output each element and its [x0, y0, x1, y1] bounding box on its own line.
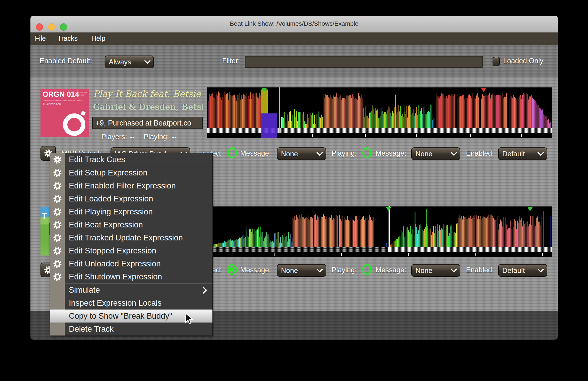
playing-label: Playing: — [332, 149, 357, 157]
menu-file[interactable]: File — [35, 35, 46, 43]
playing-message-value: None — [415, 266, 432, 275]
loaded-message-value: None — [281, 150, 298, 158]
enabled-select[interactable]: Default — [498, 147, 547, 160]
time-tick — [365, 134, 366, 137]
loaded-message-select[interactable]: None — [277, 147, 326, 160]
time-tick — [475, 253, 476, 256]
track-players-status: Players:-- Playing:-- — [101, 133, 180, 141]
menu-item-simulate[interactable]: Simulate — [50, 284, 212, 297]
loaded-message-label: Message: — [240, 149, 271, 157]
playing-value: -- — [172, 133, 177, 141]
time-tick — [470, 134, 471, 137]
menu-icon-gutter — [50, 284, 65, 297]
menu-help[interactable]: Help — [91, 35, 105, 43]
menu-separator — [50, 166, 212, 166]
menu-item-inspect-expression-locals[interactable]: Inspect Expression Locals — [50, 297, 212, 310]
players-label: Players: — [101, 133, 127, 141]
enabled-value: Default — [502, 150, 525, 158]
chevron-down-icon — [451, 266, 457, 273]
record-label-logo: 9 — [63, 113, 85, 136]
menu-icon-gutter — [50, 310, 65, 323]
menu-icon-gutter — [50, 323, 65, 336]
menu-item-edit-loaded-expression[interactable]: Edit Loaded Expression — [50, 192, 212, 205]
menu-item-edit-beat-expression[interactable]: Edit Beat Expression — [50, 218, 212, 231]
track-context-menu: Edit Track CuesEdit Setup ExpressionEdit… — [50, 153, 213, 336]
time-tick — [341, 253, 342, 256]
loaded-message-value: None — [281, 266, 298, 275]
loaded-message-select[interactable]: None — [277, 264, 326, 277]
gear-filled-icon — [50, 153, 65, 166]
menu-item-label: Edit Tracked Update Expression — [65, 233, 183, 242]
menu-item-edit-enabled-filter-expression[interactable]: Edit Enabled Filter Expression — [50, 179, 212, 192]
gear-outline-icon — [50, 179, 65, 192]
gear-outline-icon — [50, 257, 65, 270]
album-art-line2: Gabriel & Dresden feat. Betsie Larkin — [43, 99, 82, 102]
enabled-default-select[interactable]: Always — [105, 56, 154, 68]
playhead-line — [389, 206, 390, 252]
menu-tracks[interactable]: Tracks — [58, 35, 78, 43]
playing-message-label: Message: — [376, 266, 406, 274]
menu-item-edit-playing-expression[interactable]: Edit Playing Expression — [50, 205, 212, 218]
playing-indicator — [362, 147, 372, 158]
waveform-preview-track1[interactable] — [207, 87, 552, 138]
waveform-preview-track2[interactable] — [207, 206, 552, 257]
album-art-subtitle: ORGANIZED NATURE — [75, 91, 88, 97]
chevron-down-icon — [537, 149, 544, 156]
title-bar[interactable]: Beat Link Show: /Volumes/DS/Shows/Exampl… — [30, 16, 558, 32]
menu-item-label: Edit Playing Expression — [65, 207, 153, 216]
header-controls: Enabled Default: Always Filter: Loaded O… — [30, 45, 558, 77]
gear-outline-icon — [50, 218, 65, 231]
gear-outline-icon — [50, 270, 65, 283]
gear-outline-icon — [50, 192, 65, 205]
menu-item-label: Edit Stopped Expression — [65, 246, 156, 255]
menu-item-label: Edit Loaded Expression — [65, 194, 153, 203]
loaded-indicator — [228, 147, 237, 158]
filter-input[interactable] — [245, 56, 483, 68]
chevron-down-icon — [316, 149, 323, 156]
enabled-select[interactable]: Default — [498, 264, 547, 277]
menu-separator — [50, 283, 212, 284]
menu-item-label: Edit Track Cues — [65, 155, 125, 164]
playing-message-select[interactable]: None — [411, 264, 460, 277]
cue-marker-icon — [481, 88, 486, 92]
playing-message-label: Message: — [376, 149, 406, 157]
menu-item-edit-setup-expression[interactable]: Edit Setup Expression — [50, 166, 212, 179]
loaded-only-checkbox[interactable] — [493, 57, 500, 66]
enabled-value: Default — [502, 266, 525, 275]
cue-marker-icon — [261, 88, 267, 92]
gear-outline-icon — [50, 244, 65, 257]
album-art-line3: PLAY IT BACK — [43, 103, 61, 106]
menu-item-edit-shutdown-expression[interactable]: Edit Shutdown Expression — [50, 270, 212, 283]
playing-label: Playing: — [332, 266, 357, 274]
loaded-indicator — [228, 264, 237, 275]
playing-indicator — [362, 264, 372, 275]
track-comment-field[interactable]: +9, Purchased at Beatport.co — [92, 117, 203, 129]
menu-item-label: Edit Enabled Filter Expression — [65, 181, 176, 190]
time-tick — [312, 134, 313, 137]
album-art-title: ORGN 014 — [43, 90, 79, 99]
menu-item-label: Edit Unloaded Expression — [65, 259, 161, 268]
gear-outline-icon — [50, 166, 65, 179]
loaded-message-label: Message: — [240, 266, 271, 274]
enabled-default-label: Enabled Default: — [40, 57, 92, 65]
menu-item-edit-tracked-update-expression[interactable]: Edit Tracked Update Expression — [50, 231, 212, 244]
time-tick — [274, 253, 275, 256]
chevron-down-icon — [144, 57, 151, 64]
cue-marker-icon — [386, 207, 391, 211]
menu-item-edit-unloaded-expression[interactable]: Edit Unloaded Expression — [50, 257, 212, 270]
enabled-label: Enabled: — [466, 266, 494, 274]
waveform-overlay — [261, 89, 268, 113]
track-title: Play It Back feat. Betsie L... — [93, 89, 203, 99]
time-tick — [542, 253, 543, 256]
app-menu-bar: File Tracks Help — [30, 32, 558, 45]
players-value: -- — [130, 133, 135, 141]
playing-label: Playing: — [144, 133, 169, 141]
beat-grid-strip — [207, 128, 552, 133]
playing-message-select[interactable]: None — [411, 147, 460, 160]
menu-item-label: Copy to Show "Break Buddy" — [65, 312, 172, 321]
gear-outline-icon — [50, 231, 65, 244]
menu-item-label: Delete Track — [65, 325, 114, 334]
menu-item-edit-track-cues[interactable]: Edit Track Cues — [50, 153, 212, 166]
beat-grid-strip — [207, 247, 388, 252]
menu-item-edit-stopped-expression[interactable]: Edit Stopped Expression — [50, 244, 212, 257]
